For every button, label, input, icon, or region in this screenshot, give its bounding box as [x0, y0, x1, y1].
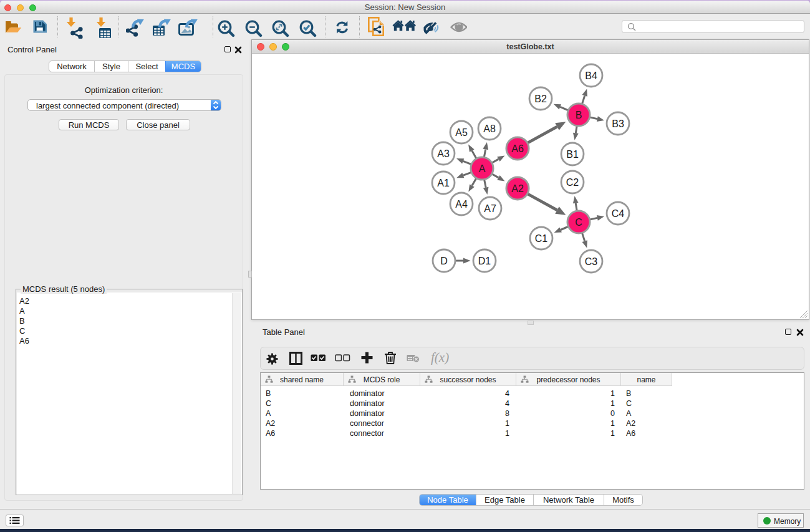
svg-text:C2: C2: [566, 177, 579, 188]
svg-text:C4: C4: [612, 208, 625, 219]
svg-text:A: A: [479, 163, 486, 174]
svg-text:B2: B2: [534, 94, 547, 104]
svg-text:D1: D1: [478, 256, 491, 266]
svg-text:A7: A7: [484, 203, 496, 214]
svg-text:B1: B1: [566, 149, 579, 160]
svg-text:A6: A6: [511, 143, 524, 154]
svg-text:D: D: [440, 256, 448, 266]
svg-text:C: C: [575, 217, 582, 228]
svg-text:A8: A8: [483, 123, 496, 134]
svg-text:A5: A5: [455, 127, 468, 138]
svg-text:A2: A2: [511, 183, 524, 194]
svg-text:A4: A4: [455, 199, 468, 210]
svg-text:C3: C3: [585, 256, 598, 267]
svg-text:B4: B4: [585, 70, 597, 81]
svg-text:C1: C1: [535, 233, 548, 244]
svg-text:B3: B3: [612, 118, 624, 129]
svg-text:B: B: [576, 110, 582, 120]
svg-text:A3: A3: [437, 148, 450, 159]
svg-text:A1: A1: [437, 178, 450, 188]
